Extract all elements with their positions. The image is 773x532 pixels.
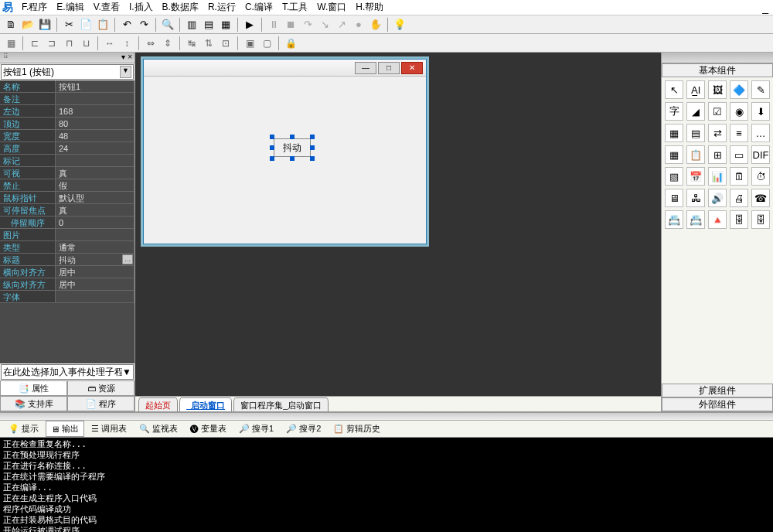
open-button[interactable]: 📂 (20, 17, 36, 32)
component-button-19[interactable]: DIF (751, 145, 770, 164)
property-row[interactable]: 字体 (0, 291, 135, 303)
step-out-button[interactable]: ↗ (334, 17, 349, 32)
component-button-24[interactable]: ⏱ (751, 167, 770, 186)
knowledge-button[interactable]: 💡 (392, 17, 407, 32)
event-selector[interactable]: 在此处选择加入事件处理子程 ▼ (1, 364, 134, 380)
component-button-14[interactable]: … (751, 124, 770, 142)
menu-window[interactable]: W.窗口 (312, 0, 351, 15)
selection-handle[interactable] (310, 135, 315, 139)
property-value[interactable]: 通常 (56, 241, 135, 253)
component-button-23[interactable]: 🗓 (730, 167, 748, 186)
property-value[interactable] (56, 93, 135, 104)
align-right-icon[interactable]: ⊐ (44, 36, 60, 51)
property-value[interactable]: 居中 (56, 266, 135, 278)
component-button-13[interactable]: ≡ (730, 124, 748, 142)
component-button-4[interactable]: ✎ (751, 80, 770, 99)
menu-help[interactable]: H.帮助 (351, 0, 388, 15)
component-button-7[interactable]: ☑ (708, 102, 727, 121)
menu-database[interactable]: B.数据库 (158, 0, 203, 15)
property-value[interactable] (56, 229, 135, 240)
property-value[interactable] (56, 155, 135, 166)
property-row[interactable]: 可视真 (0, 167, 135, 179)
run-button[interactable]: ▶ (242, 17, 257, 32)
undo-button[interactable]: ↶ (119, 17, 135, 32)
property-row[interactable]: 宽度48 (0, 130, 135, 142)
component-button-22[interactable]: 📊 (708, 167, 727, 186)
tab-output[interactable]: 🖥输出 (46, 421, 84, 437)
tab-search1[interactable]: 🔎搜寻1 (233, 421, 279, 437)
property-value[interactable]: 默认型 (56, 192, 135, 203)
menu-insert[interactable]: I.插入 (124, 0, 158, 15)
property-row[interactable]: 可停留焦点真 (0, 204, 135, 217)
component-button-16[interactable]: 📋 (686, 145, 705, 164)
tab-window-procset[interactable]: 窗口程序集_启动窗口 (233, 397, 329, 411)
component-button-5[interactable]: 字 (665, 102, 683, 121)
menu-tools[interactable]: T.工具 (278, 0, 312, 15)
form-minimize-button[interactable]: — (355, 62, 376, 74)
tab-resources[interactable]: 🗃 资源 (67, 380, 135, 396)
layout3-button[interactable]: ▦ (218, 17, 233, 32)
align-top-icon[interactable]: ⊓ (61, 36, 77, 51)
send-back-icon[interactable]: ▢ (259, 36, 274, 51)
component-button-10[interactable]: ▦ (665, 124, 683, 142)
grid-icon[interactable]: ▦ (3, 36, 19, 51)
selection-handle[interactable] (290, 135, 295, 139)
property-value[interactable]: 80 (56, 118, 135, 129)
tab-tips[interactable]: 💡提示 (3, 421, 44, 437)
property-value[interactable]: 168 (56, 105, 135, 117)
form-close-button[interactable]: ✕ (401, 62, 423, 74)
property-row[interactable]: 左边168 (0, 105, 135, 118)
component-button-27[interactable]: 🔊 (708, 189, 727, 207)
align-bottom-icon[interactable]: ⊔ (78, 36, 94, 51)
step-over-button[interactable]: ↷ (300, 17, 315, 32)
property-row[interactable]: 鼠标指针默认型 (0, 192, 135, 204)
align-left-icon[interactable]: ⊏ (27, 36, 43, 51)
component-button-18[interactable]: ▭ (730, 145, 748, 164)
tab-startup-window[interactable]: _启动窗口 (179, 397, 232, 411)
property-grid[interactable]: 名称按钮1备注左边168顶边80宽度48高度24标记可视真禁止假鼠标指针默认型可… (0, 80, 135, 363)
component-button-34[interactable]: 🗄 (751, 210, 770, 229)
component-button-3[interactable]: 🔷 (730, 80, 748, 99)
property-value[interactable]: 抖动… (56, 254, 135, 265)
selection-handle[interactable] (310, 156, 315, 161)
property-row[interactable]: 名称按钮1 (0, 80, 135, 93)
component-button-8[interactable]: ◉ (730, 102, 748, 121)
cut-button[interactable]: ✂ (61, 17, 77, 32)
selection-handle[interactable] (270, 145, 274, 150)
component-button-31[interactable]: 📇 (686, 210, 705, 229)
property-value[interactable]: 24 (56, 142, 135, 154)
menu-view[interactable]: V.查看 (89, 0, 124, 15)
component-button-30[interactable]: 📇 (665, 210, 683, 229)
selection-handle[interactable] (270, 135, 274, 139)
property-row[interactable]: 高度24 (0, 142, 135, 155)
tab-search2[interactable]: 🔎搜寻2 (281, 421, 326, 437)
property-row[interactable]: 标题抖动… (0, 254, 135, 266)
property-value[interactable]: 真 (56, 167, 135, 179)
breakpoint-button[interactable]: ● (351, 17, 366, 32)
component-button-1[interactable]: A̲I (686, 80, 705, 99)
property-row[interactable]: 纵向对齐方式居中 (0, 278, 135, 291)
panel-close-icon[interactable]: ▾ × (119, 53, 135, 63)
menu-edit[interactable]: E.编辑 (52, 0, 88, 15)
design-button-control[interactable]: 抖动 (274, 138, 311, 157)
tab-properties[interactable]: 📑 属性 (0, 380, 67, 396)
step-into-button[interactable]: ↘ (317, 17, 332, 32)
component-button-15[interactable]: ▦ (665, 145, 683, 164)
property-value[interactable]: 48 (56, 130, 135, 142)
component-button-0[interactable]: ↖ (665, 80, 683, 99)
stop-button[interactable]: ⏹ (283, 17, 298, 32)
menu-program[interactable]: F.程序 (17, 0, 52, 15)
tab-variables[interactable]: 🅥变量表 (185, 421, 232, 437)
component-button-28[interactable]: 🖨 (730, 189, 748, 207)
component-button-2[interactable]: 🖼 (708, 80, 727, 99)
property-value[interactable]: 真 (56, 204, 135, 216)
component-button-25[interactable]: 🖥 (665, 189, 683, 207)
section-basic-components[interactable]: 基本组件 (662, 63, 773, 77)
same-size-icon[interactable]: ⊡ (218, 36, 233, 51)
property-value[interactable]: 按钮1 (56, 80, 135, 92)
property-row[interactable]: 类型通常 (0, 241, 135, 254)
tab-callstack[interactable]: ☰调用表 (86, 421, 132, 437)
dist-v-icon[interactable]: ⇕ (160, 36, 175, 51)
form-body[interactable]: 抖动 (144, 77, 426, 244)
redo-button[interactable]: ↷ (136, 17, 152, 32)
